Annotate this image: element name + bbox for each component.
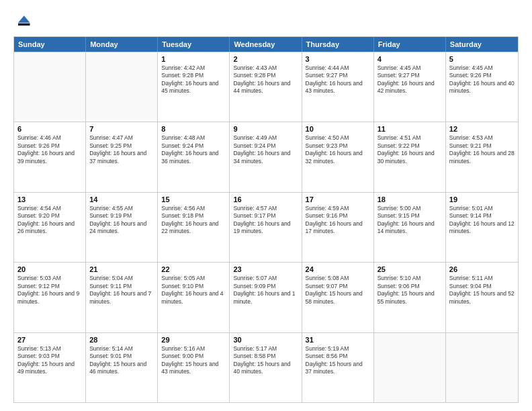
- day-number: 13: [17, 195, 82, 203]
- svg-rect-1: [18, 24, 30, 26]
- day-cell-18: 18Sunrise: 5:00 AMSunset: 9:15 PMDayligh…: [374, 193, 446, 262]
- day-cell-21: 21Sunrise: 5:04 AMSunset: 9:11 PMDayligh…: [86, 263, 158, 332]
- daylight-text: Daylight: 16 hours and 44 minutes.: [233, 80, 298, 95]
- day-cell-15: 15Sunrise: 4:56 AMSunset: 9:18 PMDayligh…: [158, 193, 230, 262]
- day-cell-31: 31Sunrise: 5:19 AMSunset: 8:56 PMDayligh…: [302, 333, 374, 402]
- day-cell-3: 3Sunrise: 4:44 AMSunset: 9:27 PMDaylight…: [302, 52, 374, 122]
- day-cell-19: 19Sunrise: 5:01 AMSunset: 9:14 PMDayligh…: [446, 193, 518, 262]
- day-number: 27: [17, 336, 82, 344]
- daylight-text: Daylight: 15 hours and 49 minutes.: [17, 361, 82, 376]
- day-number: 6: [17, 125, 82, 133]
- day-cell-23: 23Sunrise: 5:07 AMSunset: 9:09 PMDayligh…: [230, 263, 302, 332]
- sunset-text: Sunset: 9:17 PM: [233, 212, 298, 220]
- daylight-text: Daylight: 16 hours and 26 minutes.: [17, 220, 82, 236]
- daylight-text: Daylight: 16 hours and 7 minutes.: [89, 290, 154, 306]
- day-number: 23: [233, 265, 298, 273]
- day-cell-27: 27Sunrise: 5:13 AMSunset: 9:03 PMDayligh…: [14, 333, 86, 402]
- day-cell-4: 4Sunrise: 4:45 AMSunset: 9:27 PMDaylight…: [374, 52, 446, 122]
- empty-cell: [446, 333, 518, 402]
- logo-icon: [13, 12, 32, 31]
- sunrise-text: Sunrise: 5:08 AM: [306, 275, 370, 282]
- day-number: 14: [89, 195, 154, 203]
- sunrise-text: Sunrise: 4:57 AM: [233, 205, 298, 212]
- day-number: 19: [449, 195, 515, 203]
- day-number: 15: [161, 195, 226, 203]
- sunrise-text: Sunrise: 5:10 AM: [378, 275, 442, 282]
- sunset-text: Sunset: 9:28 PM: [233, 72, 298, 79]
- day-cell-1: 1Sunrise: 4:42 AMSunset: 9:28 PMDaylight…: [158, 52, 230, 122]
- sunset-text: Sunset: 9:06 PM: [378, 283, 442, 290]
- daylight-text: Daylight: 16 hours and 45 minutes.: [161, 80, 226, 95]
- header-day-tuesday: Tuesday: [158, 37, 230, 52]
- day-cell-17: 17Sunrise: 4:59 AMSunset: 9:16 PMDayligh…: [302, 193, 374, 262]
- daylight-text: Daylight: 16 hours and 14 minutes.: [378, 220, 442, 236]
- sunset-text: Sunset: 9:20 PM: [17, 212, 82, 220]
- daylight-text: Daylight: 15 hours and 37 minutes.: [306, 361, 370, 376]
- daylight-text: Daylight: 15 hours and 46 minutes.: [89, 361, 154, 376]
- header-day-friday: Friday: [374, 37, 446, 52]
- daylight-text: Daylight: 16 hours and 22 minutes.: [161, 220, 226, 236]
- day-number: 3: [306, 55, 370, 63]
- day-number: 30: [233, 336, 298, 344]
- day-number: 1: [161, 55, 226, 63]
- day-number: 20: [17, 265, 82, 273]
- daylight-text: Daylight: 16 hours and 9 minutes.: [17, 290, 82, 306]
- day-number: 4: [378, 55, 442, 63]
- daylight-text: Daylight: 16 hours and 32 minutes.: [306, 150, 370, 165]
- sunset-text: Sunset: 9:15 PM: [378, 212, 442, 220]
- sunrise-text: Sunrise: 5:00 AM: [378, 205, 442, 212]
- sunrise-text: Sunrise: 4:42 AM: [161, 64, 226, 72]
- day-cell-20: 20Sunrise: 5:03 AMSunset: 9:12 PMDayligh…: [14, 263, 86, 332]
- sunrise-text: Sunrise: 4:49 AM: [233, 134, 298, 142]
- day-cell-12: 12Sunrise: 4:53 AMSunset: 9:21 PMDayligh…: [446, 122, 518, 191]
- daylight-text: Daylight: 16 hours and 42 minutes.: [378, 80, 442, 95]
- header-day-monday: Monday: [86, 37, 158, 52]
- sunrise-text: Sunrise: 4:45 AM: [378, 64, 442, 72]
- sunset-text: Sunset: 9:10 PM: [161, 283, 226, 290]
- sunset-text: Sunset: 9:27 PM: [306, 72, 370, 79]
- day-cell-14: 14Sunrise: 4:55 AMSunset: 9:19 PMDayligh…: [86, 193, 158, 262]
- sunset-text: Sunset: 9:16 PM: [306, 212, 370, 220]
- logo: [13, 12, 35, 31]
- daylight-text: Daylight: 16 hours and 19 minutes.: [233, 220, 298, 236]
- daylight-text: Daylight: 15 hours and 55 minutes.: [378, 290, 442, 306]
- day-cell-2: 2Sunrise: 4:43 AMSunset: 9:28 PMDaylight…: [230, 52, 302, 122]
- empty-cell: [374, 333, 446, 402]
- day-cell-22: 22Sunrise: 5:05 AMSunset: 9:10 PMDayligh…: [158, 263, 230, 332]
- header-day-wednesday: Wednesday: [230, 37, 302, 52]
- sunset-text: Sunset: 9:28 PM: [161, 72, 226, 79]
- day-cell-7: 7Sunrise: 4:47 AMSunset: 9:25 PMDaylight…: [86, 122, 158, 191]
- day-number: 25: [378, 265, 442, 273]
- sunset-text: Sunset: 9:14 PM: [449, 212, 515, 220]
- sunset-text: Sunset: 9:24 PM: [161, 142, 226, 150]
- day-number: 10: [306, 125, 370, 133]
- sunset-text: Sunset: 9:01 PM: [89, 353, 154, 360]
- sunset-text: Sunset: 9:21 PM: [449, 142, 515, 150]
- daylight-text: Daylight: 16 hours and 28 minutes.: [449, 150, 515, 165]
- header: [13, 12, 519, 31]
- empty-cell: [86, 52, 158, 122]
- sunrise-text: Sunrise: 5:07 AM: [233, 275, 298, 282]
- sunrise-text: Sunrise: 4:48 AM: [161, 134, 226, 142]
- sunset-text: Sunset: 9:19 PM: [89, 212, 154, 220]
- day-number: 11: [378, 125, 442, 133]
- empty-cell: [14, 52, 86, 122]
- sunrise-text: Sunrise: 4:45 AM: [449, 64, 515, 72]
- calendar-body: 1Sunrise: 4:42 AMSunset: 9:28 PMDaylight…: [14, 52, 518, 402]
- calendar-week-2: 6Sunrise: 4:46 AMSunset: 9:26 PMDaylight…: [14, 122, 518, 191]
- daylight-text: Daylight: 15 hours and 52 minutes.: [449, 290, 515, 306]
- day-number: 12: [449, 125, 515, 133]
- sunrise-text: Sunrise: 5:19 AM: [306, 345, 370, 353]
- day-number: 29: [161, 336, 226, 344]
- sunset-text: Sunset: 8:58 PM: [233, 353, 298, 360]
- daylight-text: Daylight: 16 hours and 30 minutes.: [378, 150, 442, 165]
- daylight-text: Daylight: 16 hours and 4 minutes.: [161, 290, 226, 306]
- day-number: 22: [161, 265, 226, 273]
- calendar-header: SundayMondayTuesdayWednesdayThursdayFrid…: [14, 37, 518, 52]
- sunrise-text: Sunrise: 5:16 AM: [161, 345, 226, 353]
- sunset-text: Sunset: 9:11 PM: [89, 283, 154, 290]
- header-day-sunday: Sunday: [14, 37, 86, 52]
- sunrise-text: Sunrise: 4:56 AM: [161, 205, 226, 212]
- sunset-text: Sunset: 9:26 PM: [17, 142, 82, 150]
- day-cell-26: 26Sunrise: 5:11 AMSunset: 9:04 PMDayligh…: [446, 263, 518, 332]
